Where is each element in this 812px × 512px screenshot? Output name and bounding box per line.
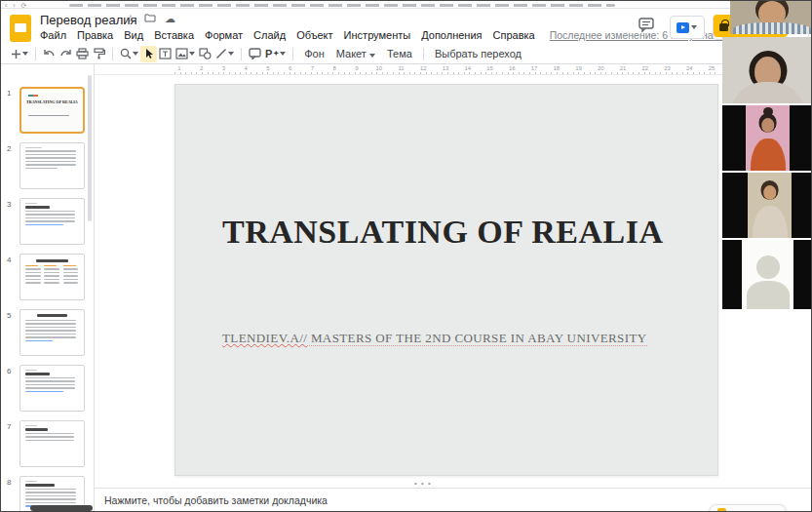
browser-address-bar: ‹ › ⟳ [1,1,812,9]
slide-thumbnail-preview[interactable] [19,365,85,412]
slide-number: 1 [7,89,11,98]
avatar-person-icon [756,256,780,279]
avatar-body-shape [747,281,790,309]
menu-item-6[interactable]: Слайд [253,29,286,41]
notes-resize-handle[interactable]: • • • [414,479,432,488]
speaker-notes-area[interactable]: Нажмите, чтобы добавить заметки докладчи… [95,489,812,512]
paint-format-button[interactable] [91,46,107,62]
insert-image-button[interactable] [174,46,197,62]
participant-video-3-woman-bun-pink-room[interactable] [722,105,812,171]
toast-app-icon [717,508,726,512]
slide-filmstrip: 1TRANSLATING OF REALIA2345678 [1,64,95,512]
menu-item-1[interactable]: Файл [40,29,66,41]
background-button[interactable]: Фон [298,48,330,59]
app-header: Перевод реалия ☆ ☁ ФайлПравкаВидВставкаФ… [1,9,812,44]
slide-thumbnail-preview[interactable] [19,198,85,245]
slide-canvas[interactable]: TRANSLATING OF REALIA TLENDIEV.A// MASTE… [174,84,718,476]
present-caret-icon [691,25,697,29]
url-text[interactable] [69,4,615,7]
speaker-notes-placeholder: Нажмите, чтобы добавить заметки докладчи… [104,494,328,506]
slide-number: 2 [7,144,11,153]
avatar-placeholder [742,240,793,309]
slide-thumbnail-preview[interactable]: TRANSLATING OF REALIA [19,87,85,134]
slide-thumbnail-5[interactable]: 5 [1,309,95,362]
pointer-tool-button[interactable]: P✦ [263,46,288,62]
horizontal-ruler: 1234567891011121314151617181920212223242… [95,64,812,75]
zoom-button[interactable] [118,46,140,62]
slide-thumbnail-preview[interactable] [19,254,85,300]
star-icon[interactable]: ☆ [126,13,135,25]
print-button[interactable] [74,46,91,62]
slide-number: 3 [7,200,11,209]
menu-item-9[interactable]: Дополнения [421,29,482,41]
slide-number: 8 [7,478,11,487]
slide-thumbnail-1[interactable]: 1TRANSLATING OF REALIA [1,87,95,139]
webcam-feed [748,173,792,238]
slide-subtitle-textbox[interactable]: TLENDIEV.A// MASTERS OF THE 2ND COURSE I… [222,331,647,346]
google-slides-logo-icon[interactable] [10,15,31,42]
comment-history-icon[interactable] [638,18,656,37]
present-icon [677,22,689,33]
webcam-feed [722,37,812,103]
move-folder-icon[interactable] [144,13,156,25]
webcam-feed [746,105,790,171]
slide-number: 5 [7,311,11,320]
document-title[interactable]: Перевод реалия [40,13,137,27]
browser-nav-icons[interactable]: ‹ › ⟳ [5,2,28,9]
toolbar: P✦ Фон Макет Тема Выбрать переход [1,44,812,64]
menu-item-3[interactable]: Вид [124,29,143,41]
slide-thumbnail-preview[interactable] [19,309,85,356]
video-call-participant-strip [722,1,812,309]
slide-number: 7 [7,422,11,431]
menu-item-8[interactable]: Инструменты [344,29,411,41]
participant-video-2-woman-light-wall[interactable] [722,37,812,103]
participant-video-5-no-camera-placeholder[interactable] [722,240,812,309]
slide-title-textbox[interactable]: TRANSLATING OF REALIA [222,214,680,251]
transition-button[interactable]: Выбрать переход [429,48,527,59]
present-button[interactable] [670,16,705,39]
menu-item-5[interactable]: Формат [205,29,243,41]
insert-line-button[interactable] [213,46,236,62]
filmstrip-scrollbar[interactable] [88,75,92,221]
participant-video-1-man-closeup-striped-shirt[interactable] [730,1,812,34]
floating-toast-button[interactable] [709,504,787,512]
participant-video-4-girl-beige-room[interactable] [722,173,812,238]
menu-item-2[interactable]: Правка [77,29,113,41]
accent-orange-segment [246,173,268,177]
slide-number: 6 [7,367,11,375]
slide-thumbnail-preview[interactable] [19,420,85,467]
theme-button[interactable]: Тема [381,48,418,59]
cloud-status-icon[interactable]: ☁ [165,13,175,25]
select-tool-button[interactable] [140,46,157,62]
layout-button[interactable]: Макет [330,48,381,59]
accent-teal-segment [223,173,246,177]
slide-number: 4 [7,256,11,264]
slide-thumbnail-4[interactable]: 4 [1,254,95,306]
webcam-feed [730,1,812,34]
undo-button[interactable] [41,46,58,62]
slide-thumbnail-2[interactable]: 2 [1,142,95,195]
slide-workspace: TRANSLATING OF REALIA TLENDIEV.A// MASTE… [95,75,812,488]
horizontal-scrollbar-thumb[interactable] [30,505,93,511]
insert-comment-button[interactable] [247,46,263,62]
slide-thumbnail-preview[interactable] [19,142,85,189]
slide-accent-bar [223,173,267,177]
menu-item-7[interactable]: Объект [296,29,332,41]
new-slide-button[interactable] [9,46,30,62]
redo-button[interactable] [58,46,74,62]
menu-item-4[interactable]: Вставка [154,29,194,41]
slide-thumbnail-6[interactable]: 6 [1,365,95,417]
menu-bar: ФайлПравкаВидВставкаФорматСлайдОбъектИнс… [40,29,729,41]
text-box-button[interactable] [157,46,174,62]
menu-item-10[interactable]: Справка [493,29,535,41]
insert-shape-button[interactable] [197,46,213,62]
slide-thumbnail-3[interactable]: 3 [1,198,95,251]
slide-thumbnail-7[interactable]: 7 [1,420,95,473]
